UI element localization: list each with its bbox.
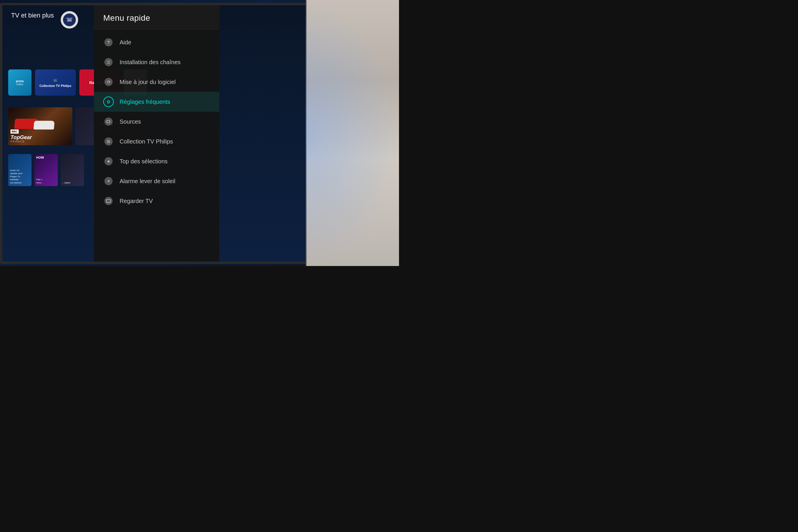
svg-text:PHILIPS: PHILIPS [66,18,72,19]
menu-item-installation[interactable]: Installation des chaînes [94,52,219,72]
btile-howto1[interactable]: HOW TOUpdate yourPhilips TVsoftwarevia i… [8,154,32,186]
menu-item-miseajour[interactable]: Mise à jour du logiciel [94,72,219,92]
menu-header: Menu rapide [94,5,219,30]
video-bbc[interactable]: BBC TopGear FRANCE [8,107,72,145]
app-philips-label: Collection TV Philips [39,84,71,88]
svg-rect-3 [67,21,72,21]
menu-item-top[interactable]: Top des sélections [94,151,219,171]
philips-logo: PHILIPS [61,11,78,28]
svg-rect-4 [107,120,110,123]
top-icon [103,156,114,167]
wall-right [306,0,399,266]
menu-label-miseajour: Mise à jour du logiciel [119,79,176,86]
topgear-title: TopGear [11,135,32,140]
settings-icon [103,97,114,107]
wall-glow [306,0,399,266]
channel-icon [103,57,114,68]
menu-item-sources[interactable]: Sources [94,112,219,132]
update-icon [103,77,114,87]
tv-background-title: TV et bien plus [11,12,54,19]
menu-label-reglages: Réglages fréquents [119,99,170,105]
menu-item-aide[interactable]: Aide [94,32,219,52]
menu-item-reglages[interactable]: Réglages fréquents [94,92,219,112]
btile-styles[interactable]: ...styles [61,154,84,186]
btile-styles-text: ...styles [62,182,70,184]
quick-menu: Menu rapide Aide Installation des chaîne… [94,5,219,262]
svg-rect-5 [107,200,111,203]
philips-logo-inner: PHILIPS [63,14,76,26]
car-white [34,121,55,130]
menu-label-aide: Aide [119,39,131,46]
menu-item-alarme[interactable]: Alarme lever de soleil [94,171,219,191]
menu-item-collection[interactable]: Collection TV Philips [94,132,219,151]
btile-howto2-text: Pair t...remc... [36,178,43,184]
menu-label-installation: Installation des chaînes [119,59,180,65]
help-icon [103,37,114,48]
menu-label-alarme: Alarme lever de soleil [119,178,175,185]
topgear-sub: FRANCE [11,140,32,143]
alarm-icon [103,176,114,186]
tv-frame: PHILIPS TV et bien plus prime video [0,3,309,264]
menu-items-list: Aide Installation des chaînes Mise à jou… [94,30,219,262]
btile-howto2[interactable]: HOW Pair t...remc... [34,154,58,186]
svg-rect-2 [67,20,72,20]
sources-icon [103,116,114,127]
btile-howto1-text: HOW TOUpdate yourPhilips TVsoftwarevia i… [10,169,23,184]
app-philips[interactable]: 📺 Collection TV Philips [35,70,76,96]
collection-icon [103,136,114,147]
menu-label-collection: Collection TV Philips [119,138,173,145]
menu-title: Menu rapide [103,14,210,23]
bbc-logo: BBC [11,130,19,134]
tv-background: PHILIPS TV et bien plus prime video [0,0,399,266]
menu-item-regarder[interactable]: Regarder TV [94,191,219,211]
app-amazon[interactable]: prime video [8,70,32,96]
tv-icon [103,196,114,206]
menu-label-regarder: Regarder TV [119,198,153,205]
bbc-overlay: BBC TopGear FRANCE [11,128,32,143]
menu-label-top: Top des sélections [119,158,168,165]
menu-label-sources: Sources [119,118,141,125]
